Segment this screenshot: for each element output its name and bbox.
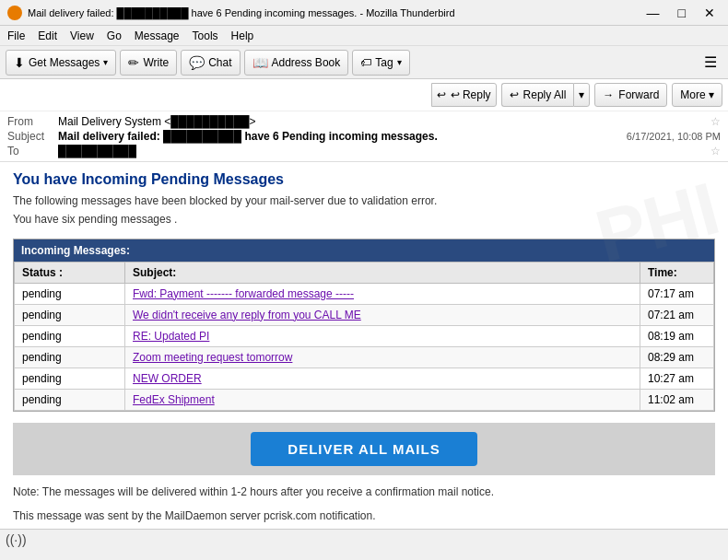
title-bar-left: Mail delivery failed: ██████████ have 6 … — [7, 6, 455, 20]
table-row: pending We didn't receive any reply from… — [15, 304, 714, 325]
tag-icon: 🏷 — [360, 56, 371, 69]
menu-view[interactable]: View — [70, 29, 94, 42]
table-row: pending NEW ORDER 10:27 am — [15, 368, 714, 389]
table-row: pending Fwd: Payment ------- forwarded m… — [15, 283, 714, 304]
status-bar: ((·)) — [0, 529, 728, 549]
note-text-1: Note: The messages will be delivered wit… — [13, 484, 715, 500]
table-header-label: Incoming Messages: — [14, 239, 714, 262]
subject-label: Subject — [7, 130, 58, 143]
window-controls: — □ ✕ — [641, 4, 721, 22]
to-field-row: To ██████████ ☆ — [7, 145, 721, 158]
cell-time: 08:19 am — [640, 325, 714, 346]
cell-time: 07:21 am — [640, 304, 714, 325]
menu-message[interactable]: Message — [135, 29, 180, 42]
email-header-area: ↩ ↩ Reply ↩ Reply All ▾ → Forward More ▾… — [0, 79, 728, 162]
cell-time: 08:29 am — [640, 346, 714, 368]
deliver-all-mails-button[interactable]: DELIVER ALL MAILS — [251, 432, 476, 466]
download-icon: ⬇ — [14, 55, 25, 70]
to-star-icon[interactable]: ☆ — [710, 145, 721, 158]
to-value: ██████████ — [58, 145, 707, 158]
deliver-button-row: DELIVER ALL MAILS — [13, 423, 715, 475]
messages-table-container: Incoming Messages: Status : Subject: Tim… — [13, 239, 715, 412]
cell-status: pending — [15, 346, 125, 368]
subject-value: Mail delivery failed: ██████████ have 6 … — [58, 130, 619, 143]
to-label: To — [7, 145, 58, 158]
menu-file[interactable]: File — [7, 29, 25, 42]
cell-subject[interactable]: We didn't receive any reply from you CAL… — [125, 304, 640, 325]
restore-button[interactable]: □ — [673, 4, 691, 22]
get-messages-button[interactable]: ⬇ Get Messages ▾ — [6, 50, 116, 76]
menu-help[interactable]: Help — [231, 29, 254, 42]
email-date: 6/17/2021, 10:08 PM — [619, 131, 721, 142]
more-button[interactable]: More ▾ — [672, 83, 722, 107]
col-header-status: Status : — [15, 262, 125, 283]
cell-time: 11:02 am — [640, 389, 714, 410]
cell-time: 07:17 am — [640, 283, 714, 304]
get-messages-dropdown-icon[interactable]: ▾ — [103, 57, 108, 67]
close-button[interactable]: ✕ — [699, 4, 721, 22]
forward-icon: → — [603, 88, 614, 101]
minimize-button[interactable]: — — [641, 4, 665, 22]
table-row: pending Zoom meeting request tomorrow 08… — [15, 346, 714, 368]
reply-button[interactable]: ↩ ↩ Reply — [431, 83, 497, 107]
reply-all-dropdown-button[interactable]: ▾ — [573, 83, 590, 107]
from-value: Mail Delivery System <██████████> — [58, 115, 707, 128]
menu-edit[interactable]: Edit — [38, 29, 57, 42]
cell-subject[interactable]: NEW ORDER — [125, 368, 640, 389]
subject-field-row: Subject Mail delivery failed: ██████████… — [7, 130, 721, 143]
toolbar: ⬇ Get Messages ▾ ✏ Write 💬 Chat 📖 Addres… — [0, 46, 728, 79]
wifi-icon: ((·)) — [6, 532, 27, 547]
table-row: pending FedEx Shipment 11:02 am — [15, 389, 714, 410]
reply-all-button-group: ↩ Reply All ▾ — [501, 83, 591, 107]
email-fields: From Mail Delivery System <██████████> ☆… — [0, 111, 728, 161]
window-title: Mail delivery failed: ██████████ have 6 … — [28, 7, 455, 18]
cell-status: pending — [15, 283, 125, 304]
intro-text-2: You have six pending messages . — [13, 212, 715, 228]
col-header-subject: Subject: — [125, 262, 640, 283]
reply-all-icon: ↩ — [510, 88, 519, 101]
title-bar: Mail delivery failed: ██████████ have 6 … — [0, 0, 728, 26]
address-book-button[interactable]: 📖 Address Book — [244, 50, 349, 76]
menu-bar: File Edit View Go Message Tools Help — [0, 26, 728, 46]
cell-status: pending — [15, 368, 125, 389]
cell-subject[interactable]: FedEx Shipment — [125, 389, 640, 410]
messages-table: Status : Subject: Time: pending Fwd: Pay… — [14, 262, 714, 411]
cell-time: 10:27 am — [640, 368, 714, 389]
table-header-row: Status : Subject: Time: — [15, 262, 714, 283]
book-icon: 📖 — [252, 55, 268, 70]
menu-go[interactable]: Go — [107, 29, 122, 42]
hamburger-menu-button[interactable]: ☰ — [699, 51, 722, 74]
from-label: From — [7, 115, 58, 128]
cell-subject[interactable]: Fwd: Payment ------- forwarded message -… — [125, 283, 640, 304]
email-body: PHI You have Incoming Pending Messages T… — [0, 162, 728, 529]
reply-button-group: ↩ ↩ Reply — [431, 83, 497, 107]
from-field-row: From Mail Delivery System <██████████> ☆ — [7, 115, 721, 128]
cell-subject[interactable]: RE: Updated PI — [125, 325, 640, 346]
cell-status: pending — [15, 389, 125, 410]
email-action-bar: ↩ ↩ Reply ↩ Reply All ▾ → Forward More ▾ — [0, 79, 728, 111]
tag-button[interactable]: 🏷 Tag ▾ — [352, 50, 409, 76]
reply-all-button[interactable]: ↩ Reply All — [501, 83, 574, 107]
cell-status: pending — [15, 325, 125, 346]
cell-subject[interactable]: Zoom meeting request tomorrow — [125, 346, 640, 368]
from-star-icon[interactable]: ☆ — [710, 115, 721, 128]
menu-tools[interactable]: Tools — [193, 29, 218, 42]
write-button[interactable]: ✏ Write — [120, 50, 177, 76]
email-heading: You have Incoming Pending Messages — [13, 171, 715, 188]
intro-text-1: The following messages have been blocked… — [13, 193, 715, 209]
app-icon — [7, 6, 22, 20]
note-text-2: This message was sent by the MailDaemon … — [13, 508, 715, 524]
chat-icon: 💬 — [189, 55, 205, 70]
pencil-icon: ✏ — [128, 55, 139, 70]
cell-status: pending — [15, 304, 125, 325]
reply-icon: ↩ — [437, 88, 446, 101]
chat-button[interactable]: 💬 Chat — [181, 50, 240, 76]
forward-button[interactable]: → Forward — [594, 83, 667, 107]
col-header-time: Time: — [640, 262, 714, 283]
table-row: pending RE: Updated PI 08:19 am — [15, 325, 714, 346]
